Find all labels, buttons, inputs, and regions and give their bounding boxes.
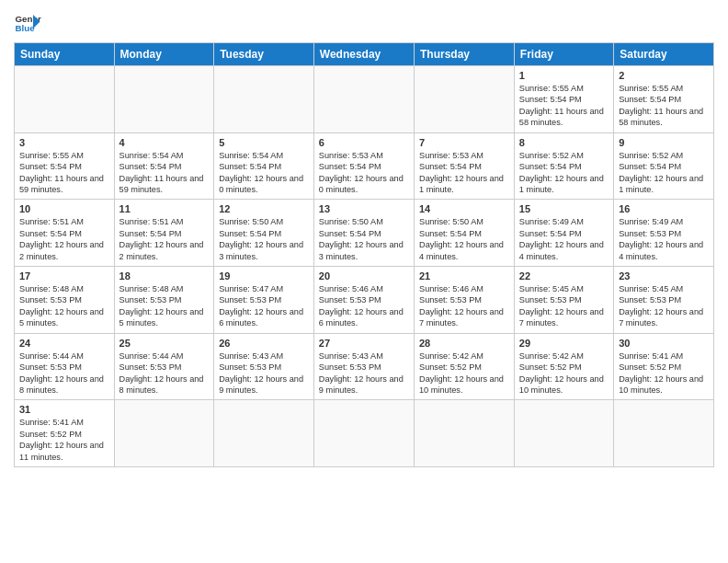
calendar-cell: 29Sunrise: 5:42 AMSunset: 5:52 PMDayligh… <box>514 333 613 400</box>
day-number: 22 <box>519 270 609 282</box>
calendar-cell: 15Sunrise: 5:49 AMSunset: 5:54 PMDayligh… <box>514 200 613 267</box>
day-number: 19 <box>219 270 309 282</box>
calendar-cell <box>15 66 115 133</box>
calendar-cell <box>313 66 414 133</box>
day-number: 28 <box>419 338 509 349</box>
cell-sun-info: Sunrise: 5:44 AMSunset: 5:53 PMDaylight:… <box>19 350 109 396</box>
calendar-cell: 25Sunrise: 5:44 AMSunset: 5:53 PMDayligh… <box>114 333 214 400</box>
cell-sun-info: Sunrise: 5:46 AMSunset: 5:53 PMDaylight:… <box>319 283 409 329</box>
day-number: 6 <box>319 137 409 148</box>
cell-sun-info: Sunrise: 5:55 AMSunset: 5:54 PMDaylight:… <box>619 83 709 129</box>
day-number: 16 <box>619 203 709 214</box>
day-number: 15 <box>519 203 609 214</box>
calendar-cell <box>214 400 314 467</box>
day-number: 29 <box>519 338 609 349</box>
day-number: 9 <box>619 137 709 148</box>
cell-sun-info: Sunrise: 5:48 AMSunset: 5:53 PMDaylight:… <box>19 283 109 329</box>
calendar-cell <box>415 400 515 467</box>
day-number: 31 <box>19 404 109 415</box>
cell-sun-info: Sunrise: 5:46 AMSunset: 5:53 PMDaylight:… <box>419 283 509 329</box>
calendar-cell <box>415 66 515 133</box>
cell-sun-info: Sunrise: 5:45 AMSunset: 5:53 PMDaylight:… <box>519 283 609 329</box>
day-number: 10 <box>19 203 109 214</box>
cell-sun-info: Sunrise: 5:43 AMSunset: 5:53 PMDaylight:… <box>219 350 309 396</box>
cell-sun-info: Sunrise: 5:49 AMSunset: 5:53 PMDaylight:… <box>619 216 709 262</box>
page-header: General Blue <box>14 9 714 37</box>
day-number: 21 <box>419 270 509 282</box>
cell-sun-info: Sunrise: 5:55 AMSunset: 5:54 PMDaylight:… <box>519 83 609 129</box>
cell-sun-info: Sunrise: 5:47 AMSunset: 5:53 PMDaylight:… <box>219 283 309 329</box>
day-number: 13 <box>319 203 409 214</box>
cell-sun-info: Sunrise: 5:41 AMSunset: 5:52 PMDaylight:… <box>619 350 709 396</box>
calendar-cell <box>614 400 714 467</box>
calendar-cell <box>114 66 214 133</box>
cell-sun-info: Sunrise: 5:52 AMSunset: 5:54 PMDaylight:… <box>619 150 709 196</box>
day-number: 5 <box>219 137 309 148</box>
day-number: 30 <box>619 338 709 349</box>
calendar-cell: 21Sunrise: 5:46 AMSunset: 5:53 PMDayligh… <box>415 267 515 334</box>
day-number: 8 <box>519 137 609 148</box>
cell-sun-info: Sunrise: 5:48 AMSunset: 5:53 PMDaylight:… <box>119 283 210 329</box>
day-number: 1 <box>519 70 609 81</box>
calendar-cell <box>114 400 214 467</box>
calendar-cell <box>214 66 314 133</box>
day-number: 20 <box>319 270 409 282</box>
calendar-cell: 9Sunrise: 5:52 AMSunset: 5:54 PMDaylight… <box>614 132 714 200</box>
calendar-cell: 7Sunrise: 5:53 AMSunset: 5:54 PMDaylight… <box>415 132 515 200</box>
day-number: 18 <box>119 270 210 282</box>
cell-sun-info: Sunrise: 5:55 AMSunset: 5:54 PMDaylight:… <box>19 150 109 196</box>
cell-sun-info: Sunrise: 5:53 AMSunset: 5:54 PMDaylight:… <box>419 150 509 196</box>
calendar-cell: 5Sunrise: 5:54 AMSunset: 5:54 PMDaylight… <box>214 132 314 200</box>
weekday-header-tuesday: Tuesday <box>214 43 314 66</box>
calendar-cell: 11Sunrise: 5:51 AMSunset: 5:54 PMDayligh… <box>114 200 214 267</box>
weekday-header-wednesday: Wednesday <box>313 43 414 66</box>
calendar-cell: 27Sunrise: 5:43 AMSunset: 5:53 PMDayligh… <box>313 333 414 400</box>
day-number: 2 <box>619 70 709 81</box>
day-number: 14 <box>419 203 509 214</box>
calendar-cell: 30Sunrise: 5:41 AMSunset: 5:52 PMDayligh… <box>614 333 714 400</box>
calendar-cell: 6Sunrise: 5:53 AMSunset: 5:54 PMDaylight… <box>313 132 414 200</box>
cell-sun-info: Sunrise: 5:53 AMSunset: 5:54 PMDaylight:… <box>319 150 409 196</box>
cell-sun-info: Sunrise: 5:44 AMSunset: 5:53 PMDaylight:… <box>119 350 210 396</box>
calendar-table: SundayMondayTuesdayWednesdayThursdayFrid… <box>14 42 714 467</box>
day-number: 27 <box>319 338 409 349</box>
cell-sun-info: Sunrise: 5:50 AMSunset: 5:54 PMDaylight:… <box>419 216 509 262</box>
day-number: 17 <box>19 270 109 282</box>
weekday-header-thursday: Thursday <box>415 43 515 66</box>
calendar-cell: 26Sunrise: 5:43 AMSunset: 5:53 PMDayligh… <box>214 333 314 400</box>
cell-sun-info: Sunrise: 5:51 AMSunset: 5:54 PMDaylight:… <box>119 216 210 262</box>
cell-sun-info: Sunrise: 5:50 AMSunset: 5:54 PMDaylight:… <box>219 216 309 262</box>
weekday-header-sunday: Sunday <box>15 43 115 66</box>
cell-sun-info: Sunrise: 5:51 AMSunset: 5:54 PMDaylight:… <box>19 216 109 262</box>
calendar-cell <box>514 400 613 467</box>
calendar-cell: 22Sunrise: 5:45 AMSunset: 5:53 PMDayligh… <box>514 267 613 334</box>
calendar-cell: 13Sunrise: 5:50 AMSunset: 5:54 PMDayligh… <box>313 200 414 267</box>
calendar-cell: 16Sunrise: 5:49 AMSunset: 5:53 PMDayligh… <box>614 200 714 267</box>
cell-sun-info: Sunrise: 5:42 AMSunset: 5:52 PMDaylight:… <box>519 350 609 396</box>
calendar-cell: 8Sunrise: 5:52 AMSunset: 5:54 PMDaylight… <box>514 132 613 200</box>
weekday-header-saturday: Saturday <box>614 43 714 66</box>
weekday-header-friday: Friday <box>514 43 613 66</box>
cell-sun-info: Sunrise: 5:41 AMSunset: 5:52 PMDaylight:… <box>19 417 109 463</box>
calendar-cell: 24Sunrise: 5:44 AMSunset: 5:53 PMDayligh… <box>15 333 115 400</box>
cell-sun-info: Sunrise: 5:42 AMSunset: 5:52 PMDaylight:… <box>419 350 509 396</box>
calendar-cell: 17Sunrise: 5:48 AMSunset: 5:53 PMDayligh… <box>15 267 115 334</box>
day-number: 7 <box>419 137 509 148</box>
calendar-cell: 4Sunrise: 5:54 AMSunset: 5:54 PMDaylight… <box>114 132 214 200</box>
calendar-cell: 12Sunrise: 5:50 AMSunset: 5:54 PMDayligh… <box>214 200 314 267</box>
cell-sun-info: Sunrise: 5:43 AMSunset: 5:53 PMDaylight:… <box>319 350 409 396</box>
cell-sun-info: Sunrise: 5:54 AMSunset: 5:54 PMDaylight:… <box>219 150 309 196</box>
svg-text:Blue: Blue <box>16 23 36 33</box>
cell-sun-info: Sunrise: 5:49 AMSunset: 5:54 PMDaylight:… <box>519 216 609 262</box>
day-number: 4 <box>119 137 210 148</box>
logo: General Blue <box>14 9 41 37</box>
weekday-header-monday: Monday <box>114 43 214 66</box>
day-number: 3 <box>19 137 109 148</box>
day-number: 23 <box>619 270 709 282</box>
calendar-cell: 19Sunrise: 5:47 AMSunset: 5:53 PMDayligh… <box>214 267 314 334</box>
calendar-cell: 2Sunrise: 5:55 AMSunset: 5:54 PMDaylight… <box>614 66 714 133</box>
calendar-cell <box>313 400 414 467</box>
calendar-cell: 14Sunrise: 5:50 AMSunset: 5:54 PMDayligh… <box>415 200 515 267</box>
cell-sun-info: Sunrise: 5:52 AMSunset: 5:54 PMDaylight:… <box>519 150 609 196</box>
calendar-cell: 18Sunrise: 5:48 AMSunset: 5:53 PMDayligh… <box>114 267 214 334</box>
